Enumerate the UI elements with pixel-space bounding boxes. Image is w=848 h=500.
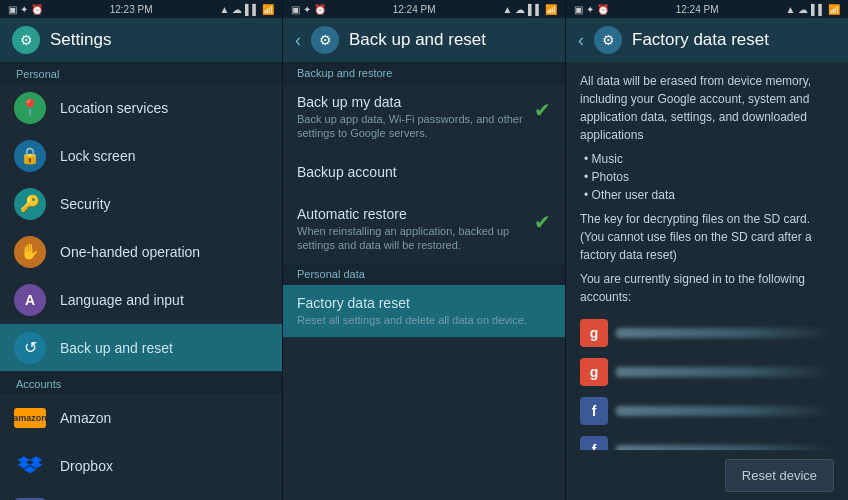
- list-item-factory-reset[interactable]: Factory data reset Reset all settings an…: [283, 285, 565, 338]
- status-icons-left-2: ▣ ✦ ⏰: [291, 4, 326, 15]
- status-time-2: 12:24 PM: [393, 4, 436, 15]
- factory-warning-text: All data will be erased from device memo…: [580, 72, 834, 144]
- dropbox-icon: [14, 453, 46, 479]
- personal-data-header: Personal data: [283, 263, 565, 285]
- amazon-icon: amazon: [14, 408, 46, 428]
- account-row-facebook-2: f: [580, 431, 834, 450]
- location-icon: 📍: [14, 92, 46, 124]
- menu-item-lockscreen[interactable]: 🔒 Lock screen: [0, 132, 282, 180]
- status-bar-2: ▣ ✦ ⏰ 12:24 PM ▲ ☁ ▌▌ 📶: [283, 0, 565, 18]
- lockscreen-label: Lock screen: [60, 148, 135, 164]
- factory-reset-subtitle: Reset all settings and delete all data o…: [297, 313, 551, 327]
- location-label: Location services: [60, 100, 168, 116]
- reset-device-button[interactable]: Reset device: [725, 459, 834, 492]
- back-button[interactable]: ‹: [295, 30, 301, 51]
- backup-top-bar: ‹ ⚙ Back up and reset: [283, 18, 565, 62]
- status-icons-right-2: ▲ ☁ ▌▌ 📶: [503, 4, 557, 15]
- factory-title-icon: ⚙: [594, 26, 622, 54]
- facebook-small-icon-1: f: [580, 397, 608, 425]
- status-icons-right: ▲ ☁ ▌▌ 📶: [220, 4, 274, 15]
- google-icon-2: g: [580, 358, 608, 386]
- account-row-facebook-1: f: [580, 392, 834, 431]
- menu-item-amazon[interactable]: amazon Amazon: [0, 394, 282, 442]
- backup-account-title: Backup account: [297, 164, 397, 180]
- onehanded-icon: ✋: [14, 236, 46, 268]
- panel-factory-reset: ▣ ✦ ⏰ 12:24 PM ▲ ☁ ▌▌ 📶 ‹ ⚙ Factory data…: [566, 0, 848, 500]
- facebook-small-icon-2: f: [580, 436, 608, 450]
- section-personal: Personal: [0, 62, 282, 84]
- status-time-3: 12:24 PM: [676, 4, 719, 15]
- backup-title: Back up and reset: [349, 30, 486, 50]
- status-bar-3: ▣ ✦ ⏰ 12:24 PM ▲ ☁ ▌▌ 📶: [566, 0, 848, 18]
- settings-icon: ⚙: [12, 26, 40, 54]
- menu-item-security[interactable]: 🔑 Security: [0, 180, 282, 228]
- backup-icon: ↺: [14, 332, 46, 364]
- language-icon: A: [14, 284, 46, 316]
- panel-settings: ▣ ✦ ⏰ 12:23 PM ▲ ☁ ▌▌ 📶 ⚙ Settings Perso…: [0, 0, 283, 500]
- amazon-label: Amazon: [60, 410, 111, 426]
- status-bar-1: ▣ ✦ ⏰ 12:23 PM ▲ ☁ ▌▌ 📶: [0, 0, 282, 18]
- backup-data-subtitle: Back up app data, Wi-Fi passwords, and o…: [297, 112, 526, 141]
- reset-button-bar: Reset device: [566, 450, 848, 500]
- menu-item-onehanded[interactable]: ✋ One-handed operation: [0, 228, 282, 276]
- status-icons-right-3: ▲ ☁ ▌▌ 📶: [786, 4, 840, 15]
- list-item-backup-data[interactable]: Back up my data Back up app data, Wi-Fi …: [283, 84, 565, 152]
- backup-label: Back up and reset: [60, 340, 173, 356]
- security-label: Security: [60, 196, 111, 212]
- auto-restore-subtitle: When reinstalling an application, backed…: [297, 224, 526, 253]
- settings-top-bar: ⚙ Settings: [0, 18, 282, 62]
- lockscreen-icon: 🔒: [14, 140, 46, 172]
- backup-title-icon: ⚙: [311, 26, 339, 54]
- auto-restore-check: ✔: [534, 210, 551, 234]
- status-icons-left: ▣ ✦ ⏰: [8, 4, 43, 15]
- account-blurred-4: [616, 445, 834, 450]
- list-item-auto-restore[interactable]: Automatic restore When reinstalling an a…: [283, 196, 565, 264]
- factory-sd-card-text: The key for decrypting files on the SD c…: [580, 210, 834, 264]
- menu-item-backup[interactable]: ↺ Back up and reset: [0, 324, 282, 372]
- menu-item-language[interactable]: A Language and input: [0, 276, 282, 324]
- security-icon: 🔑: [14, 188, 46, 220]
- language-label: Language and input: [60, 292, 184, 308]
- account-row-google-1: g: [580, 314, 834, 353]
- factory-erased-list: Music Photos Other user data: [580, 150, 834, 204]
- auto-restore-title: Automatic restore: [297, 206, 526, 222]
- list-item-backup-account[interactable]: Backup account: [283, 152, 565, 196]
- factory-title: Factory data reset: [632, 30, 769, 50]
- dropbox-label: Dropbox: [60, 458, 113, 474]
- status-time-1: 12:23 PM: [110, 4, 153, 15]
- menu-item-facebook[interactable]: f Facebook: [0, 490, 282, 500]
- backup-data-title: Back up my data: [297, 94, 526, 110]
- account-blurred-3: [616, 406, 834, 416]
- account-blurred-1: [616, 328, 834, 338]
- section-accounts: Accounts: [0, 372, 282, 394]
- erased-item-other: Other user data: [584, 186, 834, 204]
- factory-content: All data will be erased from device memo…: [566, 62, 848, 450]
- account-blurred-2: [616, 367, 834, 377]
- panel-backup: ▣ ✦ ⏰ 12:24 PM ▲ ☁ ▌▌ 📶 ‹ ⚙ Back up and …: [283, 0, 566, 500]
- erased-item-photos: Photos: [584, 168, 834, 186]
- onehanded-label: One-handed operation: [60, 244, 200, 260]
- erased-item-music: Music: [584, 150, 834, 168]
- backup-restore-header: Backup and restore: [283, 62, 565, 84]
- google-icon-1: g: [580, 319, 608, 347]
- factory-back-button[interactable]: ‹: [578, 30, 584, 51]
- factory-reset-title: Factory data reset: [297, 295, 551, 311]
- factory-signed-in-text: You are currently signed in to the follo…: [580, 270, 834, 306]
- menu-item-dropbox[interactable]: Dropbox: [0, 442, 282, 490]
- menu-item-location[interactable]: 📍 Location services: [0, 84, 282, 132]
- backup-data-check: ✔: [534, 98, 551, 122]
- status-icons-left-3: ▣ ✦ ⏰: [574, 4, 609, 15]
- accounts-list: g g f f: [580, 314, 834, 450]
- settings-title: Settings: [50, 30, 111, 50]
- factory-top-bar: ‹ ⚙ Factory data reset: [566, 18, 848, 62]
- account-row-google-2: g: [580, 353, 834, 392]
